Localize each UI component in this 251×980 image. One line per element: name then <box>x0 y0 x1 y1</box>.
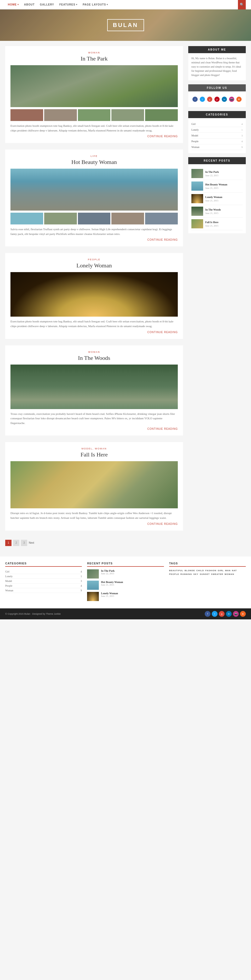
footer-recent-title-text[interactable]: Lonely Woman <box>101 592 118 595</box>
category-name[interactable]: Model <box>191 134 198 137</box>
post-thumbnail[interactable] <box>145 109 178 121</box>
footer-cat-woman: Woman 9 <box>5 588 82 593</box>
page-3-button[interactable]: 3 <box>21 540 27 546</box>
pinterest-icon[interactable]: p <box>215 97 219 102</box>
tag-blonde[interactable]: BLONDE <box>185 570 195 572</box>
recent-post-info: Fall Is Here June 21, 2015 <box>205 221 243 227</box>
nav-gallery[interactable]: GALLERY <box>37 3 57 6</box>
footer-cat-name[interactable]: Woman <box>5 589 13 592</box>
bottom-instagram-icon[interactable]: 📷 <box>233 611 239 617</box>
read-more-link[interactable]: Continue Reading <box>11 238 178 241</box>
bottom-facebook-icon[interactable]: f <box>205 611 210 617</box>
post-title[interactable]: In The Park <box>11 55 178 62</box>
post-main-image[interactable] <box>11 364 178 409</box>
read-more-link[interactable]: Continue Reading <box>11 331 178 334</box>
footer-recent-thumbnail[interactable] <box>87 570 99 579</box>
category-name[interactable]: Lonely <box>191 128 199 131</box>
bottom-google-plus-icon[interactable]: g <box>219 611 224 617</box>
post-thumbnail[interactable] <box>111 213 144 224</box>
linkedin-icon[interactable]: in <box>222 97 227 102</box>
tag-sweater[interactable]: SWEATER <box>211 573 223 575</box>
site-logo: BULAN <box>107 19 144 31</box>
recent-post-thumbnail[interactable] <box>191 207 203 216</box>
footer-recent-thumbnail[interactable] <box>87 592 99 601</box>
category-name[interactable]: Woman <box>191 146 199 148</box>
bottom-rss-icon[interactable]: ⊕ <box>240 611 246 617</box>
bottom-linkedin-icon[interactable]: in <box>226 611 232 617</box>
tag-sky[interactable]: SKY <box>193 573 198 575</box>
tag-man[interactable]: MAN <box>225 570 230 572</box>
post-main-image[interactable] <box>11 272 178 317</box>
tag-sunset[interactable]: SUNSET <box>200 573 210 575</box>
search-button[interactable]: 🔍 <box>238 0 246 10</box>
rss-icon[interactable]: ⊕ <box>236 97 242 102</box>
recent-post-thumbnail[interactable] <box>191 194 203 203</box>
post-title[interactable]: Lonely Woman <box>11 262 178 269</box>
post-main-image[interactable] <box>11 169 178 210</box>
post-thumbnail[interactable] <box>78 213 111 224</box>
read-more-link[interactable]: Continue Reading <box>11 522 178 525</box>
nav-about[interactable]: ABOUT <box>21 3 37 6</box>
post-title[interactable]: Fall Is Here <box>11 451 178 458</box>
copyright-text: © Copyright 2015 Bulan · Designed by The… <box>5 612 61 615</box>
footer-cat-lonely: Lonely 1 <box>5 574 82 579</box>
footer-recent-thumbnail[interactable] <box>87 581 99 590</box>
nav-features[interactable]: FEATURES ▾ <box>57 3 80 6</box>
recent-post-item: In The Woods June 21, 2015 <box>191 205 243 218</box>
tag-woman[interactable]: WOMAN <box>224 573 234 575</box>
post-main-image[interactable] <box>11 65 178 107</box>
post-thumbnail[interactable] <box>111 109 144 121</box>
post-thumbnail[interactable] <box>145 213 178 224</box>
footer-cat-name[interactable]: People <box>5 584 12 587</box>
google-plus-icon[interactable]: g <box>207 97 212 102</box>
next-page-link[interactable]: Next <box>29 541 34 544</box>
nav-page-layouts[interactable]: PAGE LAYOUTS ▾ <box>80 3 111 6</box>
recent-post-title[interactable]: Fall Is Here <box>205 221 243 224</box>
recent-post-item: Fall Is Here June 21, 2015 <box>191 218 243 230</box>
tag-beautiful[interactable]: BEAUTIFUL <box>169 570 183 572</box>
tag-nat[interactable]: NAT <box>232 570 237 572</box>
recent-post-title[interactable]: In The Park <box>205 170 243 173</box>
post-title[interactable]: In The Woods <box>11 355 178 361</box>
footer-recent-title-text[interactable]: In The Park <box>101 570 115 572</box>
page-1-button[interactable]: 1 <box>5 540 11 546</box>
footer-recent-title-text[interactable]: Hot Beauty Woman <box>101 581 123 584</box>
footer-cat-model: Model 3 <box>5 579 82 584</box>
category-name[interactable]: Girl <box>191 123 196 126</box>
tag-girl[interactable]: GIRL <box>218 570 224 572</box>
category-count: 1 <box>242 129 243 131</box>
post-thumbnail[interactable] <box>44 109 77 121</box>
twitter-icon[interactable]: t <box>200 97 205 102</box>
tag-people[interactable]: PEOPLE <box>169 573 179 575</box>
read-more-link[interactable]: Continue Reading <box>11 427 178 430</box>
post-thumbnail[interactable] <box>11 109 43 121</box>
post-thumbnail[interactable] <box>44 213 77 224</box>
footer-cat-name[interactable]: Model <box>5 579 12 582</box>
post-thumbnail[interactable] <box>78 109 111 121</box>
category-count: 4 <box>242 123 243 126</box>
recent-post-title[interactable]: Lonely Woman <box>205 196 243 199</box>
tag-fashion[interactable]: FASHION <box>205 570 216 572</box>
recent-post-title[interactable]: Hot Beauty Woman <box>205 183 243 186</box>
footer-cat-name[interactable]: Lonely <box>5 575 13 578</box>
recent-post-thumbnail[interactable] <box>191 169 203 178</box>
nav-home[interactable]: HOME ▾ <box>5 3 21 6</box>
post-main-image[interactable] <box>11 461 178 508</box>
recent-post-title[interactable]: In The Woods <box>205 208 243 212</box>
footer-cat-girl: Girl 4 <box>5 570 82 574</box>
category-name[interactable]: People <box>191 140 199 143</box>
post-title[interactable]: Hot Beauty Woman <box>11 159 178 165</box>
tag-child[interactable]: CHILD <box>196 570 204 572</box>
footer-tags-title: TAGS <box>169 562 246 567</box>
instagram-icon[interactable]: 📷 <box>229 97 234 102</box>
read-more-link[interactable]: Continue Reading <box>11 135 178 138</box>
post-thumbnail[interactable] <box>11 213 43 224</box>
recent-post-thumbnail[interactable] <box>191 219 203 228</box>
page-2-button[interactable]: 2 <box>13 540 19 546</box>
footer-cat-name[interactable]: Girl <box>5 570 9 573</box>
bottom-twitter-icon[interactable]: t <box>212 611 218 617</box>
recent-post-thumbnail[interactable] <box>191 181 203 191</box>
facebook-icon[interactable]: f <box>193 97 198 102</box>
tag-running[interactable]: RUNNING <box>180 573 192 575</box>
post-hot-beauty-woman: LIFE Hot Beauty Woman Salvia esse nihil,… <box>5 150 183 247</box>
